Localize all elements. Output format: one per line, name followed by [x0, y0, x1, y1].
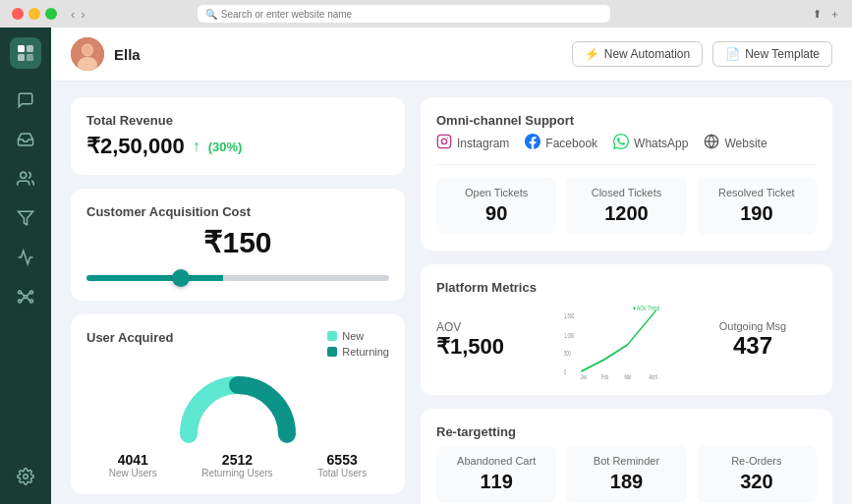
- revenue-title: Total Revenue: [86, 113, 389, 128]
- svg-rect-2: [18, 54, 25, 61]
- website-icon: [704, 134, 719, 152]
- sidebar-item-integrations[interactable]: [8, 279, 43, 314]
- ua-stat-new: 4041 New Users: [109, 452, 157, 478]
- ua-stat-total: 6553 Total Users: [317, 452, 367, 478]
- reorders-value: 320: [710, 471, 803, 493]
- back-button[interactable]: ‹: [71, 7, 75, 22]
- avatar: [71, 37, 104, 71]
- share-icon: ⬆: [813, 8, 822, 21]
- top-bar: Ella ⚡ New Automation 📄 New Template: [51, 28, 852, 82]
- svg-rect-0: [18, 45, 25, 52]
- outgoing-label: Outgoing Msg: [689, 320, 817, 332]
- instagram-label: Instagram: [457, 137, 509, 150]
- closed-tickets-card: Closed Tickets 1200: [566, 177, 686, 235]
- omnichannel-card: Omni-channel Support Instagram: [421, 97, 832, 251]
- outgoing-block: Outgoing Msg 437: [689, 320, 817, 360]
- cac-value: ₹150: [86, 225, 389, 259]
- svg-point-15: [24, 475, 28, 479]
- ua-new-value: 4041: [109, 452, 157, 468]
- address-input[interactable]: [221, 9, 602, 20]
- close-window-button[interactable]: [12, 8, 24, 20]
- aov-label: AOV: [436, 320, 554, 334]
- svg-text:Feb: Feb: [601, 373, 608, 379]
- svg-point-22: [447, 138, 448, 139]
- whatsapp-label: WhatsApp: [634, 137, 688, 150]
- avatar-image: [71, 37, 104, 71]
- cac-slider[interactable]: [86, 275, 389, 281]
- instagram-icon: [436, 134, 452, 152]
- template-icon: 📄: [725, 47, 740, 61]
- closed-tickets-label: Closed Tickets: [580, 187, 672, 198]
- ua-returning-value: 2512: [201, 452, 272, 468]
- sidebar-item-settings[interactable]: [8, 459, 43, 494]
- channel-instagram[interactable]: Instagram: [436, 134, 509, 156]
- window-controls: [12, 8, 57, 20]
- svg-point-9: [19, 300, 22, 303]
- legend-returning-label: Returning: [342, 346, 389, 358]
- minimize-window-button[interactable]: [28, 8, 40, 20]
- legend-returning-dot: [327, 347, 337, 357]
- sidebar-item-inbox[interactable]: [8, 122, 43, 157]
- whatsapp-icon: [613, 134, 629, 152]
- aov-block: AOV ₹1,500: [436, 320, 554, 360]
- abandoned-cart-value: 119: [450, 471, 542, 493]
- ua-title: User Acquired: [86, 330, 173, 345]
- legend-new: New: [327, 330, 389, 342]
- toolbar-right: ⬆ ＋: [813, 7, 840, 22]
- channel-facebook[interactable]: Facebook: [525, 134, 597, 156]
- bot-reminder-value: 189: [580, 471, 672, 493]
- svg-rect-1: [27, 45, 33, 52]
- app-logo[interactable]: [10, 37, 41, 69]
- open-tickets-value: 90: [450, 202, 542, 225]
- sidebar-item-chat[interactable]: [8, 83, 43, 118]
- retarget-grid: Abandoned Cart 119 Bot Reminder 189 Re-O…: [436, 445, 817, 503]
- address-bar[interactable]: 🔍: [198, 5, 610, 23]
- resolved-tickets-card: Resolved Ticket 190: [697, 177, 817, 235]
- sidebar-item-contacts[interactable]: [8, 161, 43, 196]
- sidebar-item-filter[interactable]: [8, 200, 43, 236]
- facebook-icon: [525, 134, 540, 152]
- ua-header: User Acquired New Returning: [86, 330, 389, 358]
- abandoned-cart-card: Abandoned Cart 119: [436, 445, 556, 503]
- revenue-growth: (30%): [208, 140, 243, 154]
- platform-metrics-title: Platform Metrics: [436, 280, 817, 295]
- title-bar: ‹ › 🔍 ⬆ ＋: [0, 0, 852, 28]
- ua-returning-label: Returning Users: [201, 468, 272, 478]
- forward-button[interactable]: ›: [81, 7, 85, 22]
- fullscreen-window-button[interactable]: [45, 8, 57, 20]
- svg-text:0: 0: [564, 368, 566, 375]
- svg-point-7: [19, 291, 22, 294]
- cac-slider-container[interactable]: [86, 267, 389, 285]
- channel-whatsapp[interactable]: WhatsApp: [613, 134, 688, 156]
- search-icon: 🔍: [205, 9, 217, 20]
- legend-returning: Returning: [327, 346, 389, 358]
- sidebar-item-campaigns[interactable]: [8, 240, 43, 275]
- legend-new-dot: [327, 331, 337, 341]
- reorders-card: Re-Orders 320: [697, 445, 817, 503]
- automation-icon: ⚡: [585, 47, 599, 61]
- user-name-label: Ella: [114, 46, 141, 63]
- aov-value: ₹1,500: [436, 334, 554, 360]
- tickets-grid: Open Tickets 90 Closed Tickets 1200 Reso…: [436, 177, 817, 235]
- svg-text:500: 500: [564, 350, 571, 357]
- channel-website[interactable]: Website: [704, 134, 767, 156]
- metrics-grid: AOV ₹1,500 ● AOV Trend 1,500 1,000 500 0: [436, 301, 817, 379]
- svg-text:Mar: Mar: [624, 373, 631, 379]
- ua-stat-returning: 2512 Returning Users: [201, 452, 272, 478]
- svg-text:April: April: [650, 373, 657, 379]
- platform-metrics-card: Platform Metrics AOV ₹1,500 ● AOV Trend …: [421, 264, 832, 395]
- new-automation-button[interactable]: ⚡ New Automation: [572, 41, 703, 67]
- svg-text:1,500: 1,500: [564, 312, 574, 319]
- svg-text:Jan: Jan: [580, 373, 587, 379]
- abandoned-cart-label: Abandoned Cart: [450, 455, 542, 467]
- legend-new-label: New: [342, 330, 364, 342]
- right-column: Omni-channel Support Instagram: [421, 97, 832, 504]
- revenue-value: ₹2,50,000: [86, 134, 185, 159]
- dashboard: Total Revenue ₹2,50,000 ↑ (30%) Customer…: [51, 82, 852, 504]
- open-tickets-card: Open Tickets 90: [436, 177, 556, 235]
- svg-point-8: [30, 291, 33, 294]
- new-template-button[interactable]: 📄 New Template: [712, 41, 832, 67]
- reorders-label: Re-Orders: [710, 455, 803, 467]
- add-tab-icon[interactable]: ＋: [829, 7, 840, 22]
- svg-rect-20: [437, 135, 450, 147]
